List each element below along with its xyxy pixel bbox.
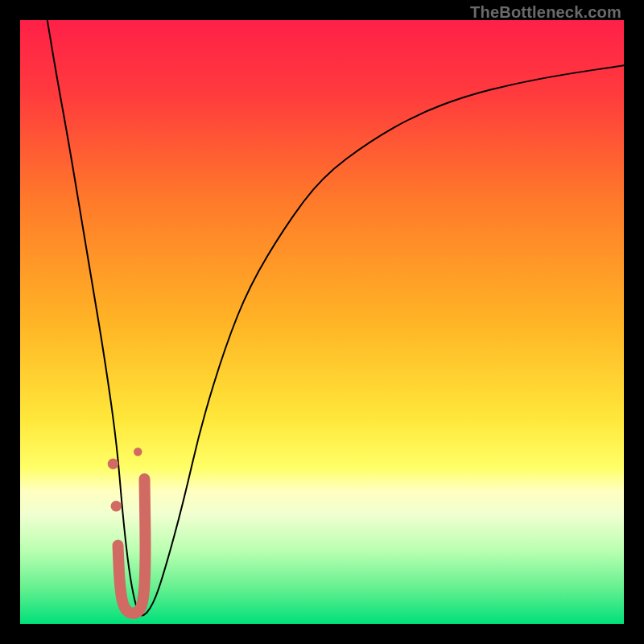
watermark-text: TheBottleneck.com xyxy=(470,3,621,22)
dot-lower xyxy=(111,501,122,512)
chart-frame: TheBottleneck.com xyxy=(0,0,644,644)
hook-top-small xyxy=(134,448,142,456)
plot-area xyxy=(20,20,624,624)
bottleneck-curve xyxy=(47,20,624,615)
curve-layer xyxy=(20,20,624,624)
dot-upper xyxy=(108,459,119,470)
